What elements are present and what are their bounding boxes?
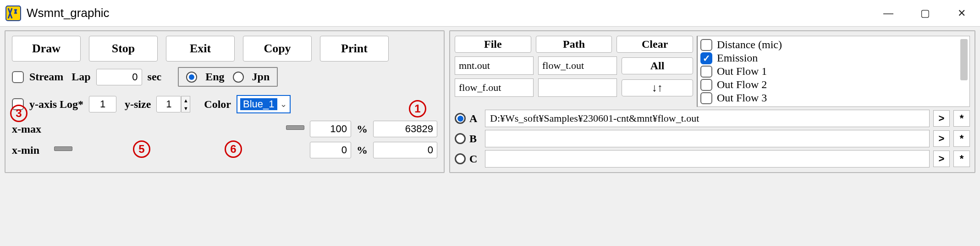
copy-button[interactable]: Copy bbox=[243, 36, 312, 62]
distance-checkbox[interactable] bbox=[700, 39, 712, 51]
lap-value-field[interactable]: 0 bbox=[96, 69, 142, 85]
xmin-pct-field[interactable]: 0 bbox=[310, 142, 351, 158]
stream-label: Stream bbox=[29, 71, 63, 83]
flow-t-out-cell[interactable]: flow_t.out bbox=[538, 56, 617, 75]
jpn-radio[interactable] bbox=[233, 72, 244, 83]
checklist-scrollbar[interactable] bbox=[960, 39, 968, 80]
color-select[interactable]: Blue_1 ⌄ bbox=[237, 95, 291, 113]
file-row-a: A D:¥Ws_soft¥Samples¥230601-cnt&mnt¥flow… bbox=[455, 110, 970, 127]
lap-unit-label: sec bbox=[148, 71, 162, 83]
window-title: Wsmnt_graphic bbox=[27, 6, 110, 20]
xmax-pct-symbol: % bbox=[357, 123, 368, 135]
outflow3-label: Out Flow 3 bbox=[717, 92, 767, 104]
yaxis-log-checkbox[interactable] bbox=[12, 98, 24, 110]
maximize-icon: ▢ bbox=[920, 7, 930, 19]
eng-radio[interactable] bbox=[186, 72, 197, 83]
check-item-outflow3[interactable]: Out Flow 3 bbox=[700, 91, 967, 105]
path-button[interactable]: Path bbox=[536, 36, 612, 53]
svg-rect-0 bbox=[6, 6, 21, 21]
xmin-label: x-min bbox=[12, 144, 49, 157]
minimize-button[interactable]: — bbox=[870, 0, 907, 27]
xmin-slider[interactable] bbox=[54, 150, 304, 151]
titlebar: Wsmnt_graphic — ▢ ✕ bbox=[0, 0, 980, 27]
file-button[interactable]: File bbox=[455, 36, 531, 53]
blank-cell[interactable] bbox=[538, 78, 617, 97]
file-a-path[interactable]: D:¥Ws_soft¥Samples¥230601-cnt&mnt¥flow_t… bbox=[485, 110, 930, 127]
file-b-radio[interactable] bbox=[455, 133, 466, 144]
exit-button[interactable]: Exit bbox=[166, 36, 235, 62]
clear-button[interactable]: Clear bbox=[617, 36, 693, 53]
file-b-path[interactable] bbox=[485, 130, 930, 147]
chevron-down-icon: ⌄ bbox=[280, 99, 287, 109]
jpn-label: Jpn bbox=[252, 71, 270, 83]
mnt-out-cell[interactable]: mnt.out bbox=[455, 56, 534, 75]
xmin-pct-symbol: % bbox=[357, 144, 368, 157]
file-a-star-button[interactable]: * bbox=[953, 110, 970, 127]
stream-checkbox[interactable] bbox=[12, 71, 24, 83]
maximize-button[interactable]: ▢ bbox=[907, 0, 943, 27]
yaxis-log-label: y-axis Log* bbox=[29, 98, 83, 111]
close-button[interactable]: ✕ bbox=[943, 0, 980, 27]
xmax-pct-field[interactable]: 100 bbox=[310, 121, 351, 137]
main-toolbar: Draw Stop Exit Copy Print bbox=[12, 36, 437, 62]
stop-button[interactable]: Stop bbox=[89, 36, 158, 62]
file-c-path[interactable] bbox=[485, 150, 930, 168]
outflow3-checkbox[interactable] bbox=[700, 92, 712, 104]
file-c-radio[interactable] bbox=[455, 153, 466, 164]
outflow2-label: Out Flow 2 bbox=[717, 78, 767, 91]
file-a-radio[interactable] bbox=[455, 113, 466, 124]
file-b-go-button[interactable]: > bbox=[933, 130, 950, 147]
check-item-outflow1[interactable]: Out Flow 1 bbox=[700, 65, 967, 78]
outflow1-checkbox[interactable] bbox=[700, 66, 712, 78]
file-row-b: B > * bbox=[455, 130, 970, 147]
color-selected-value: Blue_1 bbox=[240, 98, 277, 110]
check-item-outflow2[interactable]: Out Flow 2 bbox=[700, 78, 967, 91]
swap-button[interactable]: ↓↑ bbox=[622, 79, 693, 96]
emission-checkbox[interactable] bbox=[700, 52, 712, 64]
file-a-label: A bbox=[469, 112, 481, 125]
language-group: Eng Jpn bbox=[178, 67, 278, 87]
ysize-spinner-arrows[interactable]: ▲▼ bbox=[181, 96, 190, 112]
file-c-go-button[interactable]: > bbox=[933, 151, 950, 167]
outflow2-checkbox[interactable] bbox=[700, 79, 712, 91]
file-a-go-button[interactable]: > bbox=[933, 110, 950, 127]
xmax-label: x-max bbox=[12, 123, 49, 135]
yaxis-log-value-field[interactable]: 1 bbox=[89, 96, 116, 112]
app-icon bbox=[6, 6, 21, 21]
ysize-value-field[interactable]: 1 bbox=[156, 96, 181, 112]
eng-label: Eng bbox=[205, 71, 224, 83]
minimize-icon: — bbox=[883, 7, 893, 19]
xmax-value-field[interactable]: 63829 bbox=[373, 121, 437, 137]
file-b-star-button[interactable]: * bbox=[953, 130, 970, 147]
emission-label: Emission bbox=[717, 52, 758, 64]
distance-label: Distance (mic) bbox=[717, 39, 782, 51]
color-label: Color bbox=[204, 98, 231, 111]
ysize-spinner[interactable]: 1 ▲▼ bbox=[156, 96, 190, 112]
variable-checklist: Distance (mic) Emission Out Flow 1 Out F… bbox=[697, 36, 970, 107]
close-icon: ✕ bbox=[958, 7, 966, 19]
file-row-c: C > * bbox=[455, 150, 970, 168]
draw-button[interactable]: Draw bbox=[12, 36, 81, 62]
outflow1-label: Out Flow 1 bbox=[717, 65, 767, 78]
check-item-distance[interactable]: Distance (mic) bbox=[700, 38, 967, 51]
print-button[interactable]: Print bbox=[320, 36, 389, 62]
left-panel: Draw Stop Exit Copy Print Stream Lap 0 s… bbox=[5, 30, 445, 173]
check-item-emission[interactable]: Emission bbox=[700, 51, 967, 65]
xmax-slider[interactable] bbox=[54, 129, 304, 129]
file-b-label: B bbox=[469, 133, 481, 145]
file-c-label: C bbox=[469, 153, 481, 165]
lap-label: Lap bbox=[72, 71, 90, 83]
right-panel: File Path Clear mnt.out flow_t.out All f… bbox=[449, 30, 975, 173]
file-c-star-button[interactable]: * bbox=[953, 151, 970, 167]
all-button[interactable]: All bbox=[622, 57, 693, 74]
ysize-label: y-size bbox=[125, 98, 151, 111]
flow-f-out-cell[interactable]: flow_f.out bbox=[455, 78, 534, 97]
xmin-value-field[interactable]: 0 bbox=[373, 142, 437, 158]
